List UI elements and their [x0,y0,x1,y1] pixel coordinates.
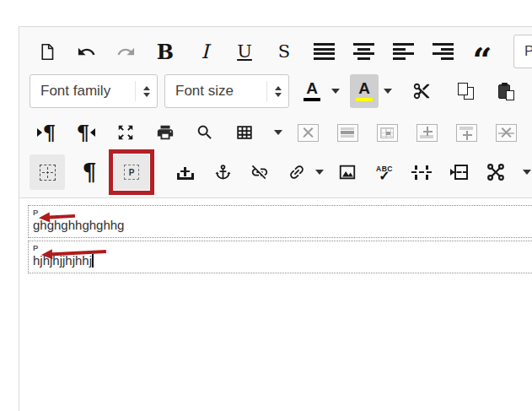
paragraph-block-2[interactable]: P hjhjhjjhjhhj [28,241,532,273]
delete-table-button [296,117,320,148]
pilcrow-icon: ¶ [77,122,90,143]
highlight-letter: A [358,81,370,96]
text-color-button[interactable]: A [298,74,326,108]
search-icon [196,123,214,142]
strikethrough-label: S [278,41,290,62]
justify-button[interactable] [312,35,336,68]
table-menu-button[interactable] [272,116,284,149]
copy-icon [458,83,474,100]
align-center-button[interactable] [352,35,375,68]
text-color-bar-icon [304,98,320,102]
arrow-head-icon [41,249,53,260]
underline-label: U [237,41,252,62]
align-right-button[interactable] [431,35,454,68]
visual-blocks-wrapper: P [114,154,149,190]
copy-button[interactable] [453,74,478,108]
arrow-shaft [52,250,106,257]
print-button[interactable] [153,117,177,148]
insert-template-button[interactable] [173,154,198,190]
horizontal-rule-button[interactable] [409,154,434,190]
align-left-icon [393,43,414,60]
delete-row-button [494,117,518,148]
paragraph-tag-label: P [33,208,530,217]
format-select[interactable]: Pa [513,35,532,68]
table-cell-properties-icon [377,124,398,142]
spellcheck-button[interactable]: ABC ✓ [372,154,397,190]
editor-toolbar: B I U S [19,27,532,197]
paragraph-block-1[interactable]: P ghghghhghghhg [28,205,532,238]
visual-blocks-button[interactable]: P [114,154,149,190]
joomla-logo-icon [486,163,505,181]
unlink-icon [250,163,269,181]
unlink-button[interactable] [247,154,272,190]
stepper-icon [135,81,157,101]
undo-icon [77,42,96,62]
visual-chars-button[interactable]: ¶ [77,154,102,190]
horizontal-rule-icon [411,165,432,180]
readmore-menu-button[interactable] [520,155,532,189]
font-family-value: Font family [40,83,110,100]
redo-button[interactable] [114,35,137,68]
arrow-shaft [50,214,75,219]
font-size-select[interactable]: Font size [164,74,289,108]
ltr-triangle-icon [37,128,42,137]
paste-icon [498,83,514,100]
page-break-button[interactable] [446,154,471,190]
highlight-color-bar-icon [356,98,373,102]
italic-button[interactable]: I [193,35,217,68]
text-color-letter: A [306,81,318,96]
toolbar-row-1: B I U S [24,33,532,70]
link-menu-button[interactable] [313,155,326,189]
new-document-button[interactable] [35,35,58,68]
redo-icon [116,42,136,62]
search-button[interactable] [193,117,217,148]
cut-button[interactable] [409,74,434,108]
blockquote-button[interactable]: “ [470,35,494,68]
table-button[interactable] [233,117,256,148]
table-row-properties-button [336,117,359,148]
rich-text-editor: B I U S [19,26,532,411]
show-blocks-icon [40,165,56,181]
justify-icon [314,43,335,60]
annotation-arrow [39,211,76,223]
font-size-value: Font size [175,83,234,100]
insert-row-before-icon [416,124,438,142]
image-button[interactable] [335,154,360,190]
insert-row-after-button [454,117,478,148]
table-row-properties-icon [337,124,358,142]
readmore-button[interactable] [483,154,508,190]
scissors-icon [412,82,431,100]
paste-button[interactable] [493,74,519,108]
insert-row-before-button [415,117,438,148]
pilcrow-icon: ¶ [82,162,96,183]
paragraph-text[interactable]: ghghghhghghhg [33,217,530,233]
link-button[interactable] [284,154,309,190]
toolbar-row-2: Font family Font size A A [24,72,532,111]
font-family-select[interactable]: Font family [30,74,158,108]
chevron-down-icon [331,89,340,94]
new-document-icon [38,42,56,62]
stepper-icon [266,81,288,101]
visual-blocks-icon: P [124,165,139,180]
align-left-button[interactable] [391,35,415,68]
ltr-paragraph-button[interactable]: ¶ [35,117,58,148]
strikethrough-button[interactable]: S [272,35,296,68]
chevron-down-icon [523,170,531,175]
undo-button[interactable] [74,35,98,68]
underline-button[interactable]: U [233,35,256,68]
link-icon [287,163,306,181]
paragraph-text[interactable]: hjhjhjjhjhhj [33,252,530,268]
toolbar-row-4: ¶ P [24,152,532,192]
format-select-value: Pa [524,43,532,60]
text-color-menu-button[interactable] [326,74,345,108]
align-right-icon [433,43,454,60]
highlight-color-button[interactable]: A [350,74,379,108]
insert-template-icon [177,165,194,181]
anchor-button[interactable] [210,154,235,190]
show-blocks-button[interactable] [30,154,65,190]
bold-button[interactable]: B [153,35,177,68]
rtl-paragraph-button[interactable]: ¶ [74,117,98,148]
editor-content-area[interactable]: P ghghghhghghhg P hjhjhjjhjhhj [19,197,532,411]
fullscreen-button[interactable] [114,117,137,148]
highlight-color-menu-button[interactable] [379,74,397,108]
